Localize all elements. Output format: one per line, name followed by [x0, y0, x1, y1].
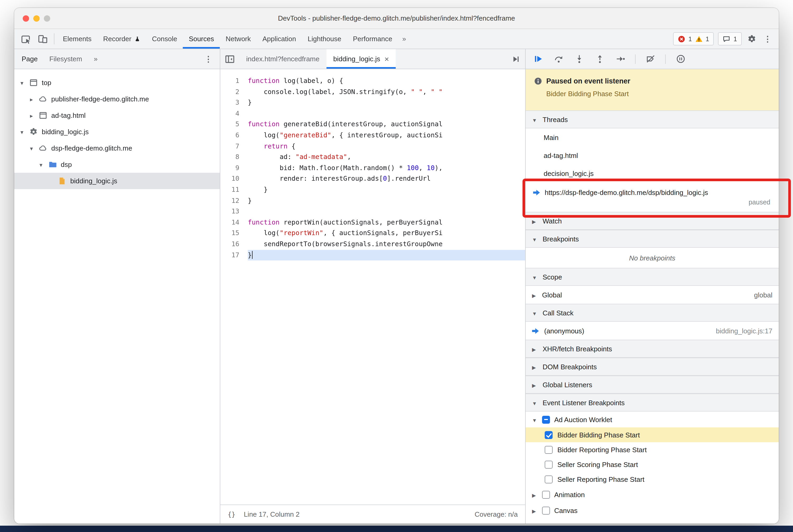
line-number[interactable]: 16 [220, 239, 248, 250]
tab-index-html-fencedframe[interactable]: index.html?fencedframe [239, 49, 326, 69]
pretty-print-button[interactable]: {} [228, 511, 235, 518]
section-watch[interactable]: Watch [526, 212, 779, 230]
checkbox[interactable] [545, 475, 553, 483]
section-breakpoints[interactable]: Breakpoints [526, 230, 779, 248]
tab-filesystem[interactable]: Filesystem [50, 55, 82, 63]
code-editor[interactable]: 1function log(label, o) {2 console.log(l… [220, 69, 525, 505]
tab-application[interactable]: Application [257, 29, 302, 49]
section-dom-breakpoints[interactable]: DOM Breakpoints [526, 358, 779, 376]
thread-item-https-dsp-fledge-demo-glitch-me-dsp-bidding-logic-js[interactable]: https://dsp-fledge-demo.glitch.me/dsp/bi… [526, 182, 779, 212]
line-number[interactable]: 2 [220, 87, 248, 97]
step-out-button[interactable] [594, 53, 605, 65]
thread-item-ad-tag-html[interactable]: ad-tag.html [526, 146, 779, 164]
section-scope[interactable]: Scope [526, 268, 779, 286]
code-line-16[interactable]: 16 sendReportTo(browserSignals.interestG… [220, 239, 525, 250]
elb-item-seller-reporting-phase-start[interactable]: Seller Reporting Phase Start [526, 472, 779, 487]
line-number[interactable]: 9 [220, 163, 248, 174]
line-number[interactable]: 4 [220, 108, 248, 119]
tab-recorder[interactable]: Recorder [97, 29, 146, 49]
code-line-13[interactable]: 13 [220, 206, 525, 217]
section-global-listeners[interactable]: Global Listeners [526, 376, 779, 394]
tab-lighthouse[interactable]: Lighthouse [302, 29, 347, 49]
pause-on-exceptions-button[interactable] [675, 53, 686, 65]
checkbox[interactable] [542, 491, 550, 498]
tab-sources[interactable]: Sources [183, 29, 220, 49]
call-stack-frame-row[interactable]: (anonymous) bidding_logic.js:17 [526, 322, 779, 340]
line-number[interactable]: 1 [220, 76, 248, 87]
code-line-14[interactable]: 14function reportWin(auctionSignals, per… [220, 217, 525, 228]
code-line-2[interactable]: 2 console.log(label, JSON.stringify(o, "… [220, 87, 525, 97]
section-event-listener-breakpoints[interactable]: Event Listener Breakpoints [526, 394, 779, 412]
code-line-1[interactable]: 1function log(label, o) { [220, 76, 525, 87]
tab-page[interactable]: Page [22, 55, 38, 63]
checkbox[interactable] [542, 416, 550, 423]
code-line-4[interactable]: 4 [220, 108, 525, 119]
section-call-stack[interactable]: Call Stack [526, 304, 779, 322]
navigator-menu-button[interactable]: ⋮ [205, 54, 212, 64]
more-panels-chevron[interactable]: » [398, 29, 410, 49]
toggle-navigator-button[interactable] [220, 49, 239, 69]
close-tab-icon[interactable]: × [384, 55, 389, 63]
checkbox[interactable] [545, 460, 553, 468]
step-into-button[interactable] [573, 53, 585, 65]
step-over-button[interactable] [553, 53, 564, 65]
tree-item-bidding-logic-js[interactable]: bidding_logic.js [14, 173, 220, 189]
settings-button[interactable] [744, 29, 760, 49]
inspect-element-button[interactable] [17, 29, 34, 49]
line-number[interactable]: 5 [220, 119, 248, 130]
code-line-6[interactable]: 6 log("generateBid", { interestGroup, au… [220, 130, 525, 141]
issues-badge[interactable]: 1 [718, 32, 742, 45]
code-line-7[interactable]: 7 return { [220, 141, 525, 152]
resume-button[interactable] [532, 53, 544, 65]
minimize-window-button[interactable] [33, 15, 40, 21]
tab-console[interactable]: Console [146, 29, 183, 49]
errors-warnings-badge[interactable]: 1 1 [673, 32, 714, 45]
elb-item-bidder-bidding-phase-start[interactable]: Bidder Bidding Phase Start [526, 428, 779, 442]
more-navigator-tabs-chevron[interactable]: » [94, 55, 97, 63]
tab-bidding-logic-js[interactable]: bidding_logic.js × [326, 49, 396, 69]
section-xhr-breakpoints[interactable]: XHR/fetch Breakpoints [526, 340, 779, 358]
line-number[interactable]: 13 [220, 206, 248, 217]
code-line-3[interactable]: 3} [220, 97, 525, 108]
code-line-10[interactable]: 10 render: interestGroup.ads[0].renderUr… [220, 174, 525, 184]
tree-item-publisher-fledge-demo-glitch-me[interactable]: publisher-fledge-demo.glitch.me [14, 91, 220, 107]
line-number[interactable]: 6 [220, 130, 248, 141]
thread-item-decision-logic-js[interactable]: decision_logic.js [526, 164, 779, 182]
section-threads[interactable]: Threads [526, 110, 779, 128]
checkbox[interactable] [545, 445, 553, 454]
code-line-8[interactable]: 8 ad: "ad-metadata", [220, 152, 525, 163]
elb-item-seller-scoring-phase-start[interactable]: Seller Scoring Phase Start [526, 457, 779, 472]
tree-item-bidding-logic-js[interactable]: bidding_logic.js [14, 124, 220, 140]
main-menu-button[interactable]: ⋮ [760, 29, 776, 49]
tree-item-ad-tag-html[interactable]: ad-tag.html [14, 107, 220, 124]
tree-item-dsp[interactable]: dsp [14, 156, 220, 173]
tab-performance[interactable]: Performance [347, 29, 398, 49]
elb-group-animation[interactable]: Animation [526, 487, 779, 502]
thread-item-main[interactable]: Main [526, 128, 779, 146]
checkbox[interactable] [545, 431, 553, 439]
device-toolbar-button[interactable] [34, 29, 51, 49]
deactivate-breakpoints-button[interactable] [644, 53, 656, 65]
line-number[interactable]: 3 [220, 97, 248, 108]
code-line-5[interactable]: 5function generateBid(interestGroup, auc… [220, 119, 525, 130]
line-number[interactable]: 15 [220, 228, 248, 239]
elb-item-bidder-reporting-phase-start[interactable]: Bidder Reporting Phase Start [526, 442, 779, 457]
line-number[interactable]: 14 [220, 217, 248, 228]
line-number[interactable]: 17 [220, 250, 248, 261]
tab-elements[interactable]: Elements [57, 29, 97, 49]
tree-item-top[interactable]: top [14, 75, 220, 91]
line-number[interactable]: 11 [220, 184, 248, 195]
line-number[interactable]: 12 [220, 195, 248, 206]
elb-group-canvas[interactable]: Canvas [526, 502, 779, 518]
tree-item-dsp-fledge-demo-glitch-me[interactable]: dsp-fledge-demo.glitch.me [14, 140, 220, 156]
zoom-window-button[interactable] [44, 15, 50, 21]
code-line-9[interactable]: 9 bid: Math.floor(Math.random() * 100, 1… [220, 163, 525, 174]
step-button[interactable] [615, 53, 626, 65]
checkbox[interactable] [542, 506, 550, 514]
tab-network[interactable]: Network [220, 29, 257, 49]
elb-group-ad-auction-worklet[interactable]: Ad Auction Worklet [526, 412, 779, 428]
close-window-button[interactable] [23, 15, 29, 21]
code-line-12[interactable]: 12} [220, 195, 525, 206]
line-number[interactable]: 10 [220, 174, 248, 184]
code-line-11[interactable]: 11 } [220, 184, 525, 195]
